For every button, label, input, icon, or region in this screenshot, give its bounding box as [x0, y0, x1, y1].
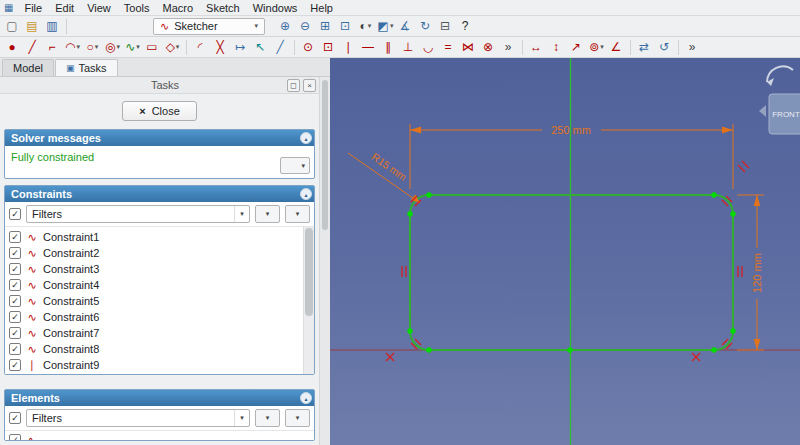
- nav-cube-left-arrow[interactable]: [759, 105, 766, 117]
- measure-icon[interactable]: ∡: [396, 17, 415, 35]
- constraint-row-4[interactable]: ✓ ∿ Constraint4: [9, 277, 301, 293]
- collapse-section-icon[interactable]: ▴: [300, 392, 312, 404]
- constraint-visibility-checkbox[interactable]: ✓: [9, 247, 21, 259]
- constrain-equal-icon[interactable]: =: [439, 38, 458, 56]
- create-point-icon[interactable]: ●: [3, 38, 22, 56]
- constraint-visibility-checkbox[interactable]: ✓: [9, 311, 21, 323]
- dock-view-icon[interactable]: ⊟: [436, 17, 455, 35]
- constrain-vertical-icon[interactable]: ∣: [339, 38, 358, 56]
- element-row[interactable]: ✓ ∿: [9, 432, 310, 440]
- create-bspline-icon[interactable]: ∿▾: [123, 38, 142, 56]
- create-circle-icon[interactable]: ○▾: [83, 38, 102, 56]
- element-visibility-checkbox[interactable]: ✓: [9, 434, 21, 440]
- constraint-row-1[interactable]: ✓ ∿ Constraint1: [9, 229, 301, 245]
- constraint-visibility-checkbox[interactable]: ✓: [9, 343, 21, 355]
- width-dimension-label[interactable]: 250 mm: [551, 124, 591, 136]
- constrain-angle-icon[interactable]: ∠: [607, 38, 626, 56]
- constrain-symmetric-icon[interactable]: ⋈: [459, 38, 478, 56]
- constrain-horizontal-icon[interactable]: ―: [359, 38, 378, 56]
- solver-settings-dropdown[interactable]: ▾: [280, 157, 310, 174]
- collapse-section-icon[interactable]: ▴: [300, 188, 312, 200]
- box-zoom-icon[interactable]: ⊡: [336, 17, 355, 35]
- nav-orbit-arrow[interactable]: [767, 66, 793, 82]
- constraint-visibility-checkbox[interactable]: ✓: [9, 279, 21, 291]
- constraints-scrollbar[interactable]: [303, 227, 314, 374]
- toggle-driving-constraint-icon[interactable]: ⇄: [635, 38, 654, 56]
- constrain-coincident-icon[interactable]: ⊙: [299, 38, 318, 56]
- constrain-perpendicular-icon[interactable]: ⊥: [399, 38, 418, 56]
- menu-view[interactable]: View: [81, 1, 117, 15]
- sketch-geometry[interactable]: [410, 195, 733, 350]
- menu-file[interactable]: File: [18, 1, 48, 15]
- rounded-rectangle-profile[interactable]: [410, 195, 733, 350]
- fit-all-icon[interactable]: ⊞: [316, 17, 335, 35]
- constraint-visibility-checkbox[interactable]: ✓: [9, 231, 21, 243]
- new-document-icon[interactable]: ▢: [3, 17, 22, 35]
- constraint-row-7[interactable]: ✓ ∿ Constraint7: [9, 325, 301, 341]
- workbench-selector[interactable]: ∿ Sketcher ▾: [153, 18, 265, 35]
- constrain-radius-icon[interactable]: ⊚▾: [587, 38, 606, 56]
- constraints-overflow-icon[interactable]: »: [499, 38, 518, 56]
- save-icon[interactable]: ▥: [43, 17, 62, 35]
- nav-cube-front-label[interactable]: FRONT: [772, 110, 800, 119]
- draw-style-icon[interactable]: ◐▾: [356, 17, 375, 35]
- toolbar-overflow-icon[interactable]: »: [683, 38, 702, 56]
- menu-windows[interactable]: Windows: [247, 1, 304, 15]
- constraint-row-8[interactable]: ✓ ∿ Constraint8: [9, 341, 301, 357]
- constrain-point-on-object-icon[interactable]: ⊡: [319, 38, 338, 56]
- tab-model[interactable]: Model: [2, 59, 54, 76]
- trim-edge-icon[interactable]: ╳: [211, 38, 230, 56]
- navigation-cube[interactable]: FRONT: [759, 66, 800, 134]
- constrain-parallel-icon[interactable]: ∥: [379, 38, 398, 56]
- elements-list[interactable]: ✓ ∿: [5, 431, 314, 440]
- constraint-row-2[interactable]: ✓ ∿ Constraint2: [9, 245, 301, 261]
- refresh-view-icon[interactable]: ↻: [416, 17, 435, 35]
- constraint-visibility-checkbox[interactable]: ✓: [9, 359, 21, 371]
- zoom-out-icon[interactable]: ⊖: [296, 17, 315, 35]
- sketch-vertices[interactable]: [407, 192, 735, 352]
- filter-enable-checkbox[interactable]: ✓: [9, 412, 21, 424]
- constraint-visibility-checkbox[interactable]: ✓: [9, 263, 21, 275]
- radius-dimension-label[interactable]: R15 mm: [370, 150, 410, 183]
- collapse-section-icon[interactable]: ▴: [300, 132, 312, 144]
- menu-sketch[interactable]: Sketch: [200, 1, 246, 15]
- constrain-distance-y-icon[interactable]: ↕: [547, 38, 566, 56]
- constraints-list[interactable]: ✓ ∿ Constraint1 ✓ ∿ Constraint2 ✓: [5, 227, 314, 374]
- create-rectangle-icon[interactable]: ▭: [143, 38, 162, 56]
- constraints-header[interactable]: Constraints ▴: [5, 186, 314, 202]
- close-button[interactable]: ×Close: [122, 101, 197, 121]
- 3d-viewport[interactable]: 250 mm 120 mm R15 mm: [330, 58, 800, 445]
- toggle-active-constraint-icon[interactable]: ↺: [655, 38, 674, 56]
- constrain-distance-icon[interactable]: ↗: [567, 38, 586, 56]
- elements-extra-button[interactable]: ▾: [285, 409, 310, 427]
- external-geometry-icon[interactable]: ↖: [251, 38, 270, 56]
- scrollbar-thumb[interactable]: [322, 80, 328, 230]
- create-polygon-icon[interactable]: ◇▾: [163, 38, 182, 56]
- create-fillet-icon[interactable]: ◜: [191, 38, 210, 56]
- menu-tools[interactable]: Tools: [118, 1, 156, 15]
- menu-help[interactable]: Help: [304, 1, 339, 15]
- constraints-extra-button[interactable]: ▾: [285, 205, 310, 223]
- open-document-icon[interactable]: ▤: [23, 17, 42, 35]
- constrain-distance-x-icon[interactable]: ↔: [527, 38, 546, 56]
- elements-header[interactable]: Elements ▴: [5, 390, 314, 406]
- scrollbar-thumb[interactable]: [305, 228, 313, 316]
- create-polyline-icon[interactable]: ⌐: [43, 38, 62, 56]
- toggle-construction-icon[interactable]: ╱: [271, 38, 290, 56]
- elements-settings-button[interactable]: ▾: [255, 409, 280, 427]
- filter-enable-checkbox[interactable]: ✓: [9, 208, 21, 220]
- constrain-tangent-icon[interactable]: ◡: [419, 38, 438, 56]
- create-conic-icon[interactable]: ◎▾: [103, 38, 122, 56]
- extend-edge-icon[interactable]: ↦: [231, 38, 250, 56]
- constraint-row-5[interactable]: ✓ ∿ Constraint5: [9, 293, 301, 309]
- tab-tasks[interactable]: ▣Tasks: [55, 59, 118, 76]
- constraint-row-9[interactable]: ✓ ∣ Constraint9: [9, 357, 301, 373]
- create-arc-icon[interactable]: ◠▾: [63, 38, 82, 56]
- constraint-row-6[interactable]: ✓ ∿ Constraint6: [9, 309, 301, 325]
- create-line-icon[interactable]: ╱: [23, 38, 42, 56]
- axonometric-view-icon[interactable]: ◩▾: [376, 17, 395, 35]
- close-panel-button[interactable]: ×: [303, 79, 316, 92]
- menu-macro[interactable]: Macro: [157, 1, 200, 15]
- constraint-visibility-checkbox[interactable]: ✓: [9, 295, 21, 307]
- solver-messages-header[interactable]: Solver messages ▴: [5, 130, 314, 146]
